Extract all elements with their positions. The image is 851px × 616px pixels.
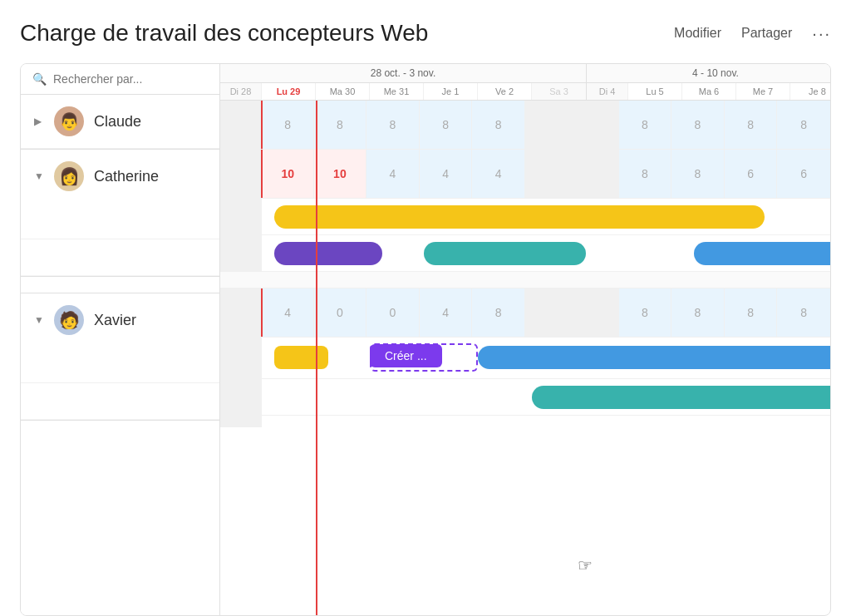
cell-claude-me31: 8: [366, 101, 420, 149]
cell-xav-lu29: 4: [261, 288, 314, 337]
person-name-xavier: Xavier: [94, 312, 136, 329]
task-bar-yellow-xavier[interactable]: [274, 346, 328, 369]
task-row-xavier-1: [21, 347, 219, 383]
avatar-xavier: 🧑: [54, 305, 84, 335]
day-headers-1: Di 28 Lu 29 Ma 30 Me 31 Je 1 Ve 2 Sa 3: [220, 83, 586, 100]
cell-xav-sa3: [525, 288, 578, 337]
cell-claude-ma6: 8: [671, 101, 725, 149]
partager-button[interactable]: Partager: [741, 26, 792, 41]
cell-claude-je1: 8: [420, 101, 473, 149]
week-label-1: 28 oct. - 3 nov.: [220, 64, 586, 83]
day-header-lu29: Lu 29: [262, 83, 316, 100]
week-group-2: 4 - 10 nov. Di 4 Lu 5 Ma 6 Me 7 Je 8: [587, 64, 830, 100]
cell-claude-je8: 8: [777, 101, 830, 149]
cell-claude-ma30: 8: [314, 101, 367, 149]
catherine-bar-row-1: [220, 199, 830, 235]
grid-body: 8 8 8 8 8 8 8 8 8 10 10 4: [220, 101, 830, 615]
cell-xav-ma30: 0: [314, 288, 367, 337]
more-options-button[interactable]: ···: [812, 24, 831, 43]
day-header-di28: Di 28: [220, 83, 262, 100]
task-bar-teal-catherine[interactable]: [424, 242, 586, 265]
cell-xav-je1: 4: [420, 288, 473, 337]
day-header-je8: Je 8: [790, 83, 830, 100]
sidebar: 🔍 ▶ 👨 Claude ▼ 👩: [21, 64, 220, 615]
avatar-claude: 👨: [54, 106, 84, 136]
calendar-header: 28 oct. - 3 nov. Di 28 Lu 29 Ma 30 Me 31…: [220, 64, 830, 101]
day-header-ma6: Ma 6: [682, 83, 736, 100]
cell-xav-ve2: 8: [472, 288, 525, 337]
cell-xav-di28: [220, 288, 261, 337]
header-actions: Modifier Partager ···: [674, 24, 831, 43]
spacer: [21, 277, 219, 293]
task-bar-purple-catherine[interactable]: [274, 242, 382, 265]
cell-cath-lu5: 8: [619, 150, 672, 198]
claude-hours-row: 8 8 8 8 8 8 8 8 8: [220, 101, 830, 150]
cell-claude-sa3: [525, 101, 578, 149]
cell-cath-ve2: 4: [472, 150, 525, 198]
grid-area: 28 oct. - 3 nov. Di 28 Lu 29 Ma 30 Me 31…: [220, 64, 830, 615]
day-header-sa3: Sa 3: [532, 83, 586, 100]
cell-xav-je8: 8: [777, 288, 830, 337]
create-button[interactable]: Créer ...: [370, 344, 442, 367]
cell-claude-lu5: 8: [619, 101, 672, 149]
search-input[interactable]: [53, 72, 208, 86]
task-bar-blue-xavier[interactable]: [478, 346, 830, 369]
cell-xav-me7: 8: [725, 288, 778, 337]
person-section-xavier: ▼ 🧑 Xavier: [21, 293, 219, 421]
cell-claude-me7: 8: [725, 101, 778, 149]
person-row-catherine[interactable]: ▼ 👩 Catherine: [21, 150, 219, 203]
header: Charge de travail des concepteurs Web Mo…: [20, 20, 831, 47]
cell-claude-di28: [220, 101, 261, 149]
xbar2-di28: [220, 379, 262, 427]
cell-claude-ve2: 8: [472, 101, 525, 149]
day-header-je1: Je 1: [424, 83, 478, 100]
modifier-button[interactable]: Modifier: [674, 26, 721, 41]
day-header-lu5: Lu 5: [628, 83, 682, 100]
task-row-xavier-2: [21, 383, 219, 420]
cell-xav-me31: 0: [366, 288, 420, 337]
week-label-2: 4 - 10 nov.: [587, 64, 830, 83]
avatar-catherine: 👩: [54, 161, 84, 191]
xavier-bar-row-1: Créer ...: [220, 338, 830, 379]
xavier-hours-row: 4 0 0 4 8 8 8 8 8: [220, 288, 830, 338]
day-header-ma30: Ma 30: [316, 83, 370, 100]
page-title: Charge de travail des concepteurs Web: [20, 20, 428, 47]
today-line: [316, 101, 317, 615]
cell-cath-sa3: [525, 150, 578, 198]
task-bar-yellow-catherine[interactable]: [274, 205, 765, 229]
cell-cath-lu29: 10: [261, 150, 314, 198]
person-row-xavier[interactable]: ▼ 🧑 Xavier: [21, 293, 219, 347]
catherine-hours-row: 10 10 4 4 4 8 8 6 6: [220, 150, 830, 199]
cell-claude-di4: [578, 101, 619, 149]
day-headers-2: Di 4 Lu 5 Ma 6 Me 7 Je 8: [587, 83, 830, 100]
search-box: 🔍: [21, 64, 219, 95]
main-content: 🔍 ▶ 👨 Claude ▼ 👩: [20, 63, 831, 616]
cell-xav-lu5: 8: [619, 288, 672, 337]
task-bar-teal-xavier[interactable]: [532, 386, 830, 409]
cursor-indicator: ☞: [578, 555, 593, 575]
week-group-1: 28 oct. - 3 nov. Di 28 Lu 29 Ma 30 Me 31…: [220, 64, 587, 100]
catherine-bar-row-2: [220, 235, 830, 272]
cell-cath-di4: [578, 150, 619, 198]
person-name-catherine: Catherine: [94, 168, 159, 185]
person-name-claude: Claude: [94, 113, 141, 131]
cell-cath-ma30: 10: [314, 150, 367, 198]
cell-cath-me7: 6: [725, 150, 778, 198]
cell-cath-me31: 4: [366, 150, 420, 198]
chevron-down-icon-xavier: ▼: [34, 314, 46, 326]
task-row-catherine-1: [21, 203, 219, 239]
search-icon: 🔍: [32, 72, 47, 86]
day-header-ve2: Ve 2: [478, 83, 532, 100]
task-row-catherine-2: [21, 239, 219, 276]
cell-xav-di4: [578, 288, 619, 337]
xavier-bar-row-2: [220, 379, 830, 416]
person-row-claude[interactable]: ▶ 👨 Claude: [21, 95, 219, 149]
cell-claude-lu29: 8: [261, 101, 314, 149]
person-section-catherine: ▼ 👩 Catherine: [21, 150, 219, 277]
cell-cath-di28: [220, 150, 261, 198]
day-header-me31: Me 31: [370, 83, 424, 100]
task-bar-blue-catherine[interactable]: [694, 242, 830, 265]
chevron-right-icon: ▶: [34, 116, 46, 127]
app-container: Charge de travail des concepteurs Web Mo…: [0, 0, 851, 616]
cell-cath-je1: 4: [420, 150, 473, 198]
